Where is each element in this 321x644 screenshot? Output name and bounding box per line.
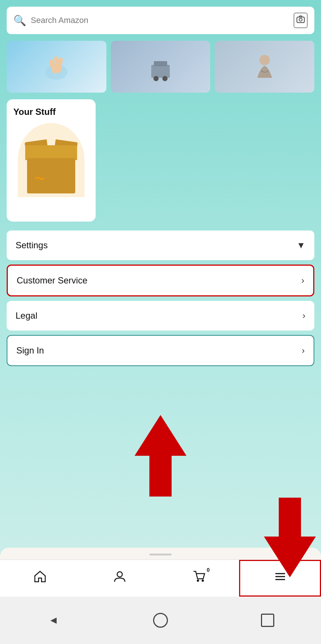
image-tile-1[interactable] (7, 41, 106, 93)
annotation-arrow-up (135, 415, 186, 456)
sign-in-menu-item[interactable]: Sign In › (7, 335, 314, 366)
legal-label: Legal (16, 311, 37, 321)
box-illustration: 〜 (18, 123, 85, 197)
sign-in-label: Sign In (16, 345, 44, 356)
settings-chevron-down-icon: ▼ (297, 240, 305, 250)
svg-point-13 (197, 580, 199, 582)
svg-point-8 (153, 76, 159, 81)
customer-service-label: Customer Service (17, 275, 87, 286)
svg-point-9 (162, 76, 168, 81)
svg-point-14 (202, 580, 204, 582)
customer-service-menu-item[interactable]: Customer Service › (7, 265, 314, 296)
svg-point-11 (259, 55, 270, 65)
legal-menu-item[interactable]: Legal › (7, 301, 314, 331)
annotation-arrow-down (264, 537, 316, 577)
customer-service-arrow-icon: › (301, 275, 304, 286)
system-nav-bar: ◄ (0, 597, 321, 644)
sign-in-arrow-icon: › (302, 345, 305, 356)
image-tile-2[interactable] (111, 41, 211, 93)
svg-point-1 (299, 18, 302, 21)
your-stuff-card[interactable]: Your Stuff 〜 (7, 99, 96, 222)
person-icon (113, 570, 126, 587)
legal-arrow-icon: › (302, 311, 305, 321)
search-bar[interactable]: 🔍 (7, 7, 314, 34)
amazon-box: 〜 (25, 145, 77, 193)
settings-label: Settings (16, 240, 48, 250)
cart-count-badge: 0 (207, 567, 210, 573)
svg-point-12 (117, 572, 122, 577)
home-nav-item[interactable] (0, 560, 80, 597)
svg-rect-7 (154, 61, 167, 66)
recents-button[interactable] (214, 597, 321, 644)
home-circle-icon (153, 613, 168, 628)
cart-icon: 0 (193, 570, 206, 587)
back-button[interactable]: ◄ (0, 597, 107, 644)
search-icon: 🔍 (13, 14, 26, 27)
home-button[interactable] (107, 597, 214, 644)
camera-icon[interactable] (294, 13, 308, 28)
account-nav-item[interactable] (80, 560, 159, 597)
search-input[interactable] (31, 16, 289, 25)
image-tile-3[interactable] (215, 41, 314, 93)
image-strip (7, 41, 314, 93)
amazon-smile: 〜 (34, 172, 45, 186)
back-icon: ◄ (48, 614, 59, 626)
settings-menu-item[interactable]: Settings ▼ (7, 230, 314, 260)
svg-rect-6 (151, 65, 170, 78)
home-icon (33, 570, 47, 587)
cart-nav-item[interactable]: 0 (159, 560, 239, 597)
recents-square-icon (261, 614, 274, 627)
your-stuff-title: Your Stuff (13, 107, 89, 117)
menu-section: Settings ▼ Customer Service › Legal › Si… (7, 230, 314, 366)
bottom-sheet-handle (149, 554, 172, 555)
